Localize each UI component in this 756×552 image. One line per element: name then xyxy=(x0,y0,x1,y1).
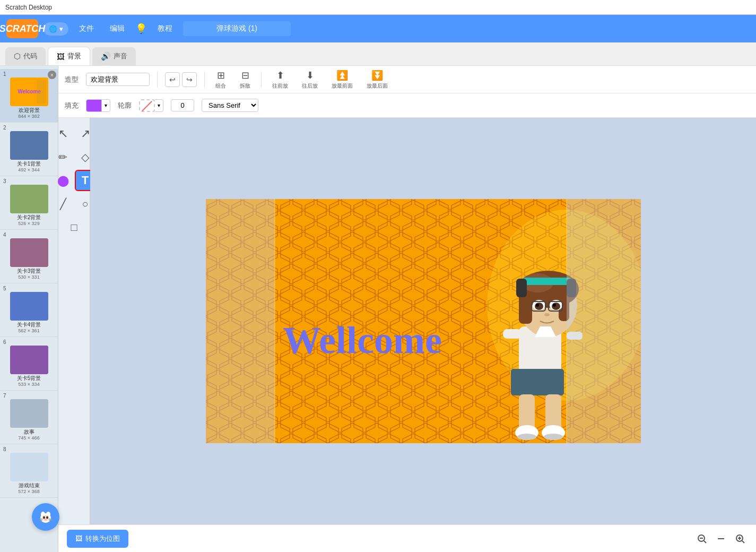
delete-backdrop-1[interactable]: × xyxy=(48,71,56,79)
forward-icon: ⬆ xyxy=(276,70,284,81)
menu-edit[interactable]: 编辑 xyxy=(105,21,130,37)
menu-file[interactable]: 文件 xyxy=(74,21,99,37)
globe-menu[interactable]: 🌐 ▾ xyxy=(44,22,68,36)
forward-label: 往前放 xyxy=(272,82,288,90)
svg-rect-9 xyxy=(10,453,48,481)
back-btn[interactable]: ⏬ 放最后面 xyxy=(363,68,391,91)
tool-rect[interactable]: □ xyxy=(64,217,85,238)
stroke-color-group: ▾ xyxy=(139,99,163,112)
sound-icon: 🔊 xyxy=(101,51,111,61)
bulb-icon[interactable]: 💡 xyxy=(135,23,147,34)
svg-point-32 xyxy=(552,303,560,310)
tool-row-5: □ xyxy=(64,217,85,238)
zoom-in-btn[interactable] xyxy=(733,531,748,546)
svg-line-57 xyxy=(742,541,744,543)
svg-point-46 xyxy=(517,434,536,440)
tab-code[interactable]: ⬡ 代码 xyxy=(5,47,46,65)
tab-backdrops[interactable]: 🖼 背景 xyxy=(48,47,90,65)
vector-toolbar-top: 造型 ↩ ↪ ⊞ 组合 ⊟ 拆散 ⬆ 往前放 ⬇ 往后放 xyxy=(58,66,756,93)
convert-icon: 🖼 xyxy=(75,534,82,542)
svg-rect-2 xyxy=(37,80,46,104)
backdrop-number-4: 4 xyxy=(3,232,6,238)
backdrop-item-7[interactable]: 7 故事 745 × 466 xyxy=(0,391,58,444)
bottom-bar: 🖼 转换为位图 xyxy=(58,524,756,552)
forward-btn[interactable]: ⬆ 往前放 xyxy=(269,68,291,91)
backdrop-number-6: 6 xyxy=(3,339,6,345)
stroke-size-input[interactable] xyxy=(171,99,194,111)
stroke-diag xyxy=(142,101,152,111)
backdrop-thumb-6 xyxy=(10,346,48,374)
tab-bar: ⬡ 代码 🖼 背景 🔊 声音 xyxy=(0,42,756,66)
backdrop-item-4[interactable]: 4 关卡3背景 530 × 331 xyxy=(0,230,58,283)
backdrop-sidebar: 1 × Welcome 欢迎背景 844 × 382 2 关卡1背景 492 ×… xyxy=(0,66,58,552)
backdrop-item-5[interactable]: 5 关卡4背景 562 × 361 xyxy=(0,283,58,337)
zoom-out-btn[interactable] xyxy=(694,531,709,546)
backdrop-label-8: 游戏结束 xyxy=(19,482,40,489)
convert-label: 转换为位图 xyxy=(85,534,120,544)
backdrop-thumb-4 xyxy=(10,238,48,267)
fill-color-dropdown[interactable]: ▾ xyxy=(102,99,110,112)
svg-rect-27 xyxy=(516,279,527,297)
globe-icon: 🌐 xyxy=(49,25,57,33)
backdrop-thumb-5 xyxy=(10,292,48,321)
stroke-color-dropdown[interactable]: ▾ xyxy=(155,99,163,112)
fill-color-swatch[interactable] xyxy=(86,99,102,112)
backdrop-item-6[interactable]: 6 关卡5背景 533 × 334 xyxy=(0,337,58,391)
redo-btn[interactable]: ↪ xyxy=(182,72,197,87)
font-select[interactable]: Sans Serif Serif Handwriting Marker Curl… xyxy=(202,99,258,112)
tab-code-label: 代码 xyxy=(23,51,37,61)
zoom-out-icon xyxy=(697,533,707,544)
backdrop-label-1: 欢迎背景 xyxy=(19,107,40,114)
svg-rect-48 xyxy=(206,199,275,443)
backdrop-item-3[interactable]: 3 关卡2背景 526 × 329 xyxy=(0,176,58,230)
title-bar: Scratch Desktop xyxy=(0,0,756,15)
undo-redo-group: ↩ ↪ xyxy=(165,72,197,87)
tool-fill[interactable]: ⬤ xyxy=(53,170,74,191)
convert-to-bitmap-btn[interactable]: 🖼 转换为位图 xyxy=(67,530,128,548)
svg-rect-20 xyxy=(511,369,564,395)
backdrop-item-8[interactable]: 8 游戏结束 572 × 368 xyxy=(0,444,58,498)
backdrop-size-7: 745 × 466 xyxy=(18,435,39,441)
svg-rect-6 xyxy=(10,292,48,321)
backdrop-label-6: 关卡5背景 xyxy=(17,375,41,382)
project-name-input[interactable] xyxy=(183,21,291,36)
backdrop-item-2[interactable]: 2 关卡1背景 492 × 344 xyxy=(0,123,58,176)
svg-point-64 xyxy=(45,519,47,521)
backdrop-label-2: 关卡1背景 xyxy=(17,161,41,167)
cat-icon xyxy=(38,510,53,524)
backdrop-label-5: 关卡4背景 xyxy=(17,322,41,328)
front-btn[interactable]: ⏫ 放最前面 xyxy=(328,68,356,91)
cat-avatar-btn[interactable] xyxy=(32,503,59,531)
svg-rect-7 xyxy=(10,346,48,374)
costume-name-input[interactable] xyxy=(86,73,150,86)
backdrop-thumb-8 xyxy=(10,453,48,481)
separator-2 xyxy=(204,72,205,88)
editor-area: 造型 ↩ ↪ ⊞ 组合 ⊟ 拆散 ⬆ 往前放 ⬇ 往后放 xyxy=(58,66,756,552)
backdrop-number-3: 3 xyxy=(3,178,6,184)
tab-sounds[interactable]: 🔊 声音 xyxy=(92,47,136,65)
menu-tutorial[interactable]: 教程 xyxy=(152,21,178,37)
svg-point-33 xyxy=(536,304,539,307)
ungroup-btn[interactable]: ⊟ 拆散 xyxy=(237,68,254,91)
tool-select[interactable]: ↖ xyxy=(53,123,74,144)
tool-row-1: ↖ ↗ xyxy=(53,123,96,144)
tool-line[interactable]: ╱ xyxy=(53,193,74,214)
stroke-color-swatch[interactable] xyxy=(139,99,155,112)
undo-btn[interactable]: ↩ xyxy=(165,72,180,87)
backdrop-thumb-7 xyxy=(10,399,48,428)
backward-label: 往后放 xyxy=(302,82,318,90)
back-label: 放最后面 xyxy=(367,82,388,90)
backdrop-item-1[interactable]: 1 × Welcome 欢迎背景 844 × 382 xyxy=(0,69,58,123)
group-btn[interactable]: ⊞ 组合 xyxy=(212,68,229,91)
tool-pencil[interactable]: ✏ xyxy=(53,146,74,168)
svg-rect-3 xyxy=(10,131,48,160)
separator-1 xyxy=(157,72,158,88)
zoom-reset-btn[interactable] xyxy=(714,531,728,546)
tools-panel: ↖ ↗ ✏ ◇ ⬤ T ╱ ○ □ xyxy=(58,118,90,524)
front-icon: ⏫ xyxy=(336,70,348,81)
backward-btn[interactable]: ⬇ 往后放 xyxy=(299,68,321,91)
backdrop-thumb-1: Welcome xyxy=(10,77,48,106)
tool-row-4: ╱ ○ xyxy=(53,193,96,214)
canvas-content[interactable]: Wellcome xyxy=(206,199,641,443)
scratch-logo[interactable]: SCRATCH xyxy=(6,19,38,38)
